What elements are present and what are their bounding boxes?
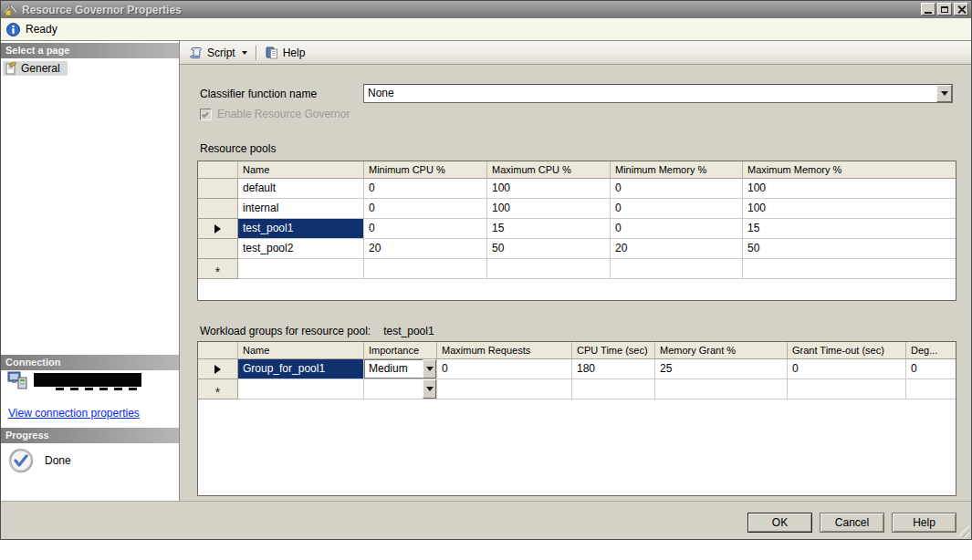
checkmark-icon [202, 110, 209, 118]
cell-name-selected[interactable]: test_pool1 [238, 219, 364, 239]
toolbar-separator [256, 46, 256, 60]
cell-max-cpu[interactable]: 50 [487, 239, 611, 259]
cell-max-mem[interactable]: 50 [743, 239, 956, 259]
cell-name[interactable]: test_pool2 [238, 239, 364, 259]
pools-col-max-cpu: Maximum CPU % [487, 161, 611, 179]
cell-min-mem[interactable]: 20 [611, 239, 743, 259]
help-button[interactable]: Help [892, 513, 956, 533]
cancel-button[interactable]: Cancel [820, 513, 884, 533]
script-icon [189, 46, 204, 60]
close-button[interactable] [954, 3, 968, 16]
pools-col-min-mem: Minimum Memory % [611, 161, 743, 179]
resource-pools-grid: Name Minimum CPU % Maximum CPU % Minimum… [197, 161, 956, 301]
workload-col-grant-timeout: Grant Time-out (sec) [788, 342, 906, 359]
cell-min-mem[interactable]: 0 [611, 179, 743, 199]
cell-max-cpu[interactable]: 100 [487, 179, 611, 199]
view-connection-properties-link[interactable]: View connection properties [8, 407, 140, 420]
cell-empty[interactable] [437, 379, 572, 399]
row-selector-current[interactable] [198, 219, 238, 239]
cell-grant-timeout[interactable]: 0 [788, 359, 906, 379]
cell-name-selected[interactable]: Group_for_pool1 [238, 359, 364, 379]
row-selector[interactable] [198, 199, 238, 219]
script-button-label: Script [207, 47, 235, 59]
importance-combobox[interactable]: Medium [364, 359, 437, 379]
pools-row-test-pool1-selected[interactable]: test_pool1 0 15 0 15 [198, 219, 956, 239]
cell-deg[interactable]: 0 [906, 359, 956, 379]
done-check-icon [8, 448, 34, 473]
importance-dropdown-button[interactable] [423, 379, 436, 399]
chevron-down-icon [426, 367, 434, 371]
cell-empty[interactable] [655, 379, 788, 399]
cell-max-cpu[interactable]: 15 [487, 219, 611, 239]
script-button[interactable]: Script [185, 44, 251, 62]
workload-groups-grid: Name Importance Maximum Requests CPU Tim… [197, 341, 956, 496]
classifier-function-label: Classifier function name [200, 88, 317, 100]
dialog-footer: OK Cancel Help [1, 501, 971, 539]
cell-empty[interactable] [743, 259, 956, 279]
cell-name[interactable]: internal [238, 199, 364, 219]
cell-max-mem[interactable]: 100 [743, 199, 956, 219]
cell-max-mem[interactable]: 15 [743, 219, 956, 239]
workload-groups-label: Workload groups for resource pool: [200, 325, 371, 337]
resize-grip[interactable] [957, 525, 969, 537]
new-row-selector[interactable]: * [198, 379, 238, 399]
cell-memory-grant[interactable]: 25 [655, 359, 788, 379]
cell-empty[interactable] [364, 259, 487, 279]
help-toolbar-button[interactable]: Help [261, 44, 309, 62]
cell-min-cpu[interactable]: 0 [364, 179, 487, 199]
cell-max-mem[interactable]: 100 [743, 179, 956, 199]
help-icon [265, 46, 279, 60]
cell-min-mem[interactable]: 0 [611, 219, 743, 239]
workload-new-row[interactable]: * [198, 379, 956, 399]
workload-selector-header [198, 342, 238, 359]
cell-min-cpu[interactable]: 0 [364, 199, 487, 219]
connection-header: Connection [1, 355, 179, 370]
cell-min-cpu[interactable]: 0 [364, 219, 487, 239]
new-row-selector[interactable]: * [198, 259, 238, 279]
pools-selector-header [198, 161, 238, 179]
cell-empty[interactable] [487, 259, 611, 279]
workload-row-group-for-pool1[interactable]: Group_for_pool1 Medium 0 180 25 0 0 [198, 359, 956, 379]
row-selector-current[interactable] [198, 359, 238, 379]
close-icon [957, 5, 966, 14]
current-row-icon [214, 365, 221, 374]
importance-value: Medium [364, 359, 423, 379]
pools-col-name: Name [238, 161, 364, 179]
minimize-icon [925, 12, 932, 14]
pools-row-test-pool2[interactable]: test_pool2 20 50 20 50 [198, 239, 956, 259]
pools-new-row[interactable]: * [198, 259, 956, 279]
cell-name[interactable]: default [238, 179, 364, 199]
pools-row-default[interactable]: default 0 100 0 100 [198, 179, 956, 199]
minimize-button[interactable] [921, 3, 935, 16]
progress-header: Progress [1, 428, 179, 443]
cell-empty[interactable] [906, 379, 956, 399]
ok-button[interactable]: OK [747, 513, 812, 533]
cell-max-requests[interactable]: 0 [437, 359, 572, 379]
maximize-button[interactable] [937, 3, 952, 16]
workload-col-importance: Importance [364, 342, 437, 359]
cell-min-mem[interactable]: 0 [611, 199, 743, 219]
importance-dropdown-button[interactable] [423, 359, 436, 379]
script-dropdown-arrow-icon [242, 51, 247, 55]
cell-min-cpu[interactable]: 20 [364, 239, 487, 259]
row-selector[interactable] [198, 239, 238, 259]
cell-empty[interactable] [572, 379, 655, 399]
importance-combobox-empty[interactable] [364, 379, 437, 399]
title-bar[interactable]: Resource Governor Properties [1, 1, 971, 18]
cell-max-cpu[interactable]: 100 [487, 199, 611, 219]
cell-name-empty[interactable] [238, 259, 364, 279]
current-row-icon [214, 224, 221, 233]
enable-resource-governor-checkbox[interactable] [200, 109, 212, 120]
cell-name-empty[interactable] [238, 379, 364, 399]
progress-status: Done [8, 448, 71, 473]
cell-empty[interactable] [611, 259, 743, 279]
enable-resource-governor-label: Enable Resource Governor [217, 108, 350, 120]
classifier-dropdown-button[interactable] [936, 85, 952, 102]
sidebar-item-general[interactable]: General [3, 61, 68, 76]
row-selector[interactable] [198, 179, 238, 199]
cell-cpu-time[interactable]: 180 [572, 359, 655, 379]
classifier-function-combobox[interactable]: None [363, 84, 953, 103]
pools-row-internal[interactable]: internal 0 100 0 100 [198, 199, 956, 219]
cell-empty[interactable] [788, 379, 906, 399]
sidebar: Select a page General Connection [1, 41, 180, 503]
